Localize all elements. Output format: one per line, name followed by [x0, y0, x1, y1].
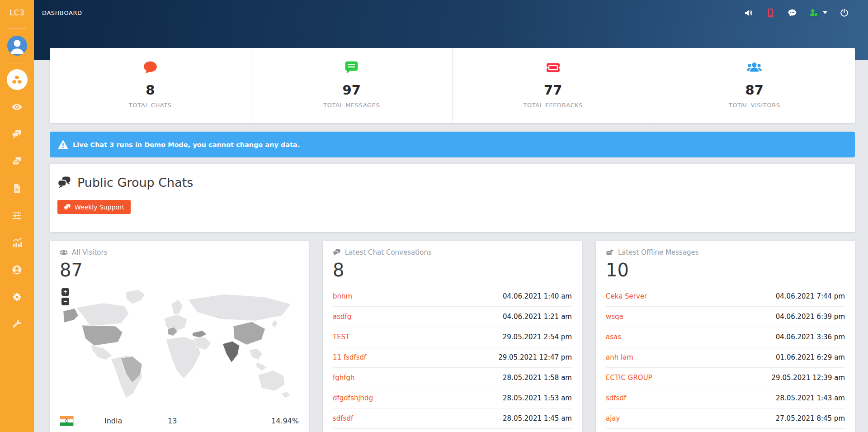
chakra-icon	[65, 419, 68, 423]
comment-lines-icon	[344, 60, 359, 75]
avatar	[7, 36, 27, 56]
mail-reply-icon	[606, 248, 614, 256]
eye-icon	[12, 102, 22, 112]
panel-header: Latest Offline Messages	[606, 248, 845, 256]
offline-message-link[interactable]: anh lam	[606, 353, 633, 361]
map-zoom-out-button[interactable]: −	[61, 298, 69, 305]
offline-message-time: 04.06.2021 6:39 pm	[776, 313, 845, 321]
offline-message-time: 04.06.2021 7:44 pm	[776, 292, 845, 300]
chat-link[interactable]: 11 fsdfsdf	[333, 353, 366, 361]
section-title: Public Group Chats	[57, 176, 847, 190]
offline-message-link[interactable]: ECTIC GROUP	[606, 374, 652, 382]
main-content: 8 TOTAL CHATS 97 TOTAL MESSAGES 77 TOTAL…	[50, 48, 855, 432]
offline-message-link[interactable]: asas	[606, 333, 621, 341]
chat-time: 28.05.2021 1:45 am	[503, 414, 572, 423]
volume-icon[interactable]	[744, 8, 754, 18]
weekly-support-button[interactable]: Weekly Support	[57, 200, 131, 214]
visitors-count: 87	[60, 260, 299, 280]
chat-link[interactable]: sdfsdf	[333, 414, 353, 423]
list-item: sdfsdf28.05.2021 1:45 am	[333, 408, 572, 429]
offline-message-link[interactable]: wsqa	[606, 313, 623, 321]
sidebar-item-offline-messages[interactable]	[0, 147, 34, 175]
list-item: dfgdfshjhdg28.05.2021 1:53 am	[333, 388, 572, 408]
chat-bubble-icon[interactable]	[788, 8, 797, 18]
chat-link[interactable]: fghfgh	[333, 374, 355, 382]
list-item: ajay27.05.2021 8:45 pm	[606, 408, 845, 429]
sidebar-item-settings-sliders[interactable]	[0, 202, 34, 229]
panel-title: All Visitors	[72, 248, 108, 256]
chat-list: bnnm04.06.2021 1:40 am asdfg04.06.2021 1…	[333, 286, 572, 429]
list-item: TEST29.05.2021 2:54 pm	[333, 327, 572, 347]
list-item: 11 fsdfsdf29.05.2021 12:47 pm	[333, 347, 572, 368]
offline-message-list: Ceka Server04.06.2021 7:44 pm wsqa04.06.…	[606, 286, 845, 429]
sidebar-item-chats[interactable]	[0, 120, 34, 147]
chat-time: 29.05.2021 2:54 pm	[503, 333, 572, 341]
divider	[8, 63, 26, 63]
users-icon	[60, 248, 68, 256]
list-item: anh lam01.06.2021 6:29 am	[606, 347, 845, 368]
stat-label: TOTAL CHATS	[50, 102, 251, 109]
offline-mail-icon	[12, 156, 22, 166]
sidebar-item-profile-avatar[interactable]	[7, 31, 27, 60]
stats-card: 8 TOTAL CHATS 97 TOTAL MESSAGES 77 TOTAL…	[50, 48, 855, 123]
stat-value: 87	[654, 82, 855, 98]
sidebar-item-tools[interactable]	[0, 310, 34, 337]
stat-label: TOTAL VISITORS	[654, 102, 855, 109]
stat-value: 8	[50, 82, 251, 98]
chat-time: 28.05.2021 1:53 am	[503, 394, 572, 402]
chats-count: 8	[333, 260, 572, 280]
comments-icon	[57, 176, 71, 190]
section-title-text: Public Group Chats	[77, 176, 193, 190]
india-flag-icon	[60, 416, 74, 426]
comments-icon	[12, 129, 22, 139]
warning-icon	[57, 139, 69, 150]
offline-message-time: 27.05.2021 8:45 pm	[776, 414, 845, 423]
agent-status-menu[interactable]	[809, 8, 827, 18]
caret-down-icon	[823, 11, 827, 14]
offline-message-link[interactable]: Ceka Server	[606, 292, 647, 300]
sidebar-item-profile[interactable]	[0, 256, 34, 283]
chat-link[interactable]: asdfg	[333, 313, 351, 321]
file-icon	[12, 183, 22, 194]
country-visitor-count: 13	[168, 417, 249, 425]
chat-time: 29.05.2021 12:47 pm	[498, 353, 572, 361]
map-zoom-in-button[interactable]: +	[61, 288, 69, 296]
sidebar-item-pages[interactable]	[0, 175, 34, 202]
demo-mode-banner: Live Chat 3 runs in Demo Mode, you canno…	[50, 132, 855, 157]
sidebar-item-visitors[interactable]	[0, 93, 34, 120]
mobile-icon[interactable]	[766, 8, 775, 18]
comments-icon	[64, 204, 71, 211]
offline-message-link[interactable]: ajay	[606, 414, 620, 423]
stat-total-visitors: 87 TOTAL VISITORS	[654, 48, 855, 123]
chat-link[interactable]: bnnm	[333, 292, 352, 300]
sliders-icon	[12, 210, 22, 221]
offline-count: 10	[606, 260, 845, 280]
weekly-support-label: Weekly Support	[75, 204, 124, 211]
banner-message: Live Chat 3 runs in Demo Mode, you canno…	[73, 141, 300, 148]
chat-time: 04.06.2021 1:40 am	[503, 292, 572, 300]
stat-label: TOTAL MESSAGES	[251, 102, 453, 109]
world-map[interactable]: + −	[60, 285, 299, 410]
app-logo[interactable]: LC3	[0, 0, 34, 25]
topbar: DASHBOARD	[34, 0, 868, 25]
sidebar-item-settings[interactable]	[0, 283, 34, 310]
stat-label: TOTAL FEEDBACKS	[453, 102, 654, 109]
stat-total-messages: 97 TOTAL MESSAGES	[251, 48, 453, 123]
latest-offline-messages-panel: Latest Offline Messages 10 Ceka Server04…	[596, 241, 855, 432]
sidebar-item-statistics[interactable]	[0, 229, 34, 256]
comments-icon	[333, 248, 341, 256]
sidebar-item-dashboard[interactable]	[0, 66, 34, 93]
power-icon[interactable]	[840, 8, 849, 18]
chat-link[interactable]: TEST	[333, 333, 349, 341]
chat-time: 28.05.2021 1:58 am	[503, 374, 572, 382]
list-item: Ceka Server04.06.2021 7:44 pm	[606, 286, 845, 307]
list-item: fghfgh28.05.2021 1:58 am	[333, 368, 572, 388]
chat-link[interactable]: dfgdfshjhdg	[333, 394, 373, 402]
stat-value: 97	[251, 82, 453, 98]
latest-chat-conversations-panel: Latest Chat Convesations 8 bnnm04.06.202…	[323, 241, 582, 432]
chart-icon	[12, 237, 22, 248]
wrench-icon	[12, 319, 22, 329]
gear-icon	[12, 292, 22, 302]
offline-message-time: 04.06.2021 3:36 pm	[776, 333, 845, 341]
offline-message-link[interactable]: sdfsdf	[606, 394, 626, 402]
